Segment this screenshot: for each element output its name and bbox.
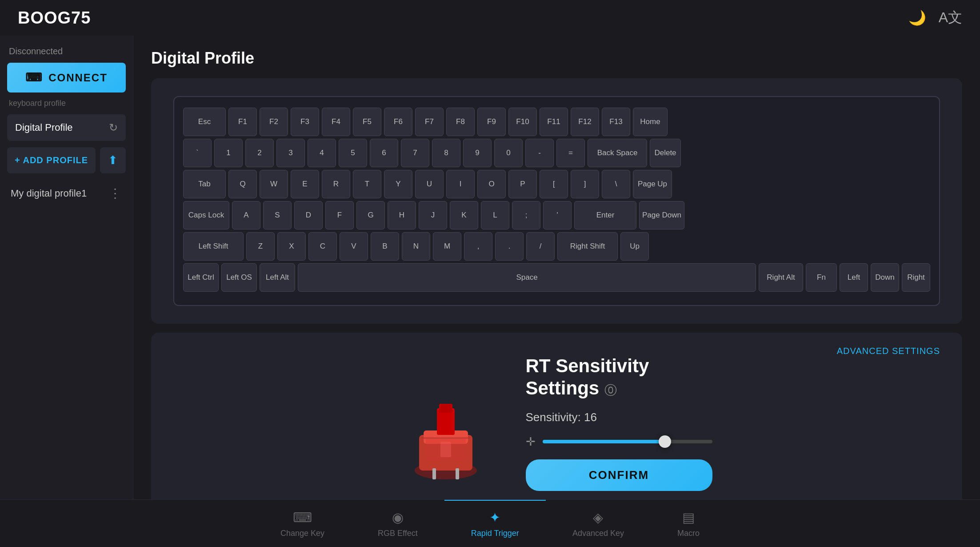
key-w[interactable]: W	[260, 170, 288, 198]
key-semicolon[interactable]: ;	[512, 201, 540, 229]
confirm-button[interactable]: CONFIRM	[526, 459, 712, 491]
key-left[interactable]: Left	[840, 263, 868, 292]
key-y[interactable]: Y	[384, 170, 412, 198]
nav-macro[interactable]: ▤ Macro	[651, 500, 726, 547]
profile-item[interactable]: My digital profile1 ⋮	[7, 180, 126, 207]
key-backspace[interactable]: Back Space	[588, 139, 647, 167]
key-slash[interactable]: /	[526, 232, 555, 261]
key-right-alt[interactable]: Right Alt	[759, 263, 803, 292]
slider-thumb[interactable]	[659, 435, 671, 448]
key-f5[interactable]: F5	[353, 108, 381, 136]
export-button[interactable]: ⬆	[100, 147, 126, 173]
key-down[interactable]: Down	[871, 263, 899, 292]
advanced-settings-link[interactable]: ADVANCED SETTINGS	[837, 346, 940, 356]
language-icon[interactable]: A文	[939, 8, 962, 28]
key-up[interactable]: Up	[620, 232, 649, 261]
key-right[interactable]: Right	[902, 263, 930, 292]
key-5[interactable]: 5	[339, 139, 367, 167]
key-m[interactable]: M	[433, 232, 461, 261]
key-f13[interactable]: F13	[602, 108, 630, 136]
key-tab[interactable]: Tab	[183, 170, 226, 198]
key-v[interactable]: V	[340, 232, 368, 261]
key-f11[interactable]: F11	[540, 108, 568, 136]
key-pagedown[interactable]: Page Down	[639, 201, 684, 229]
key-home[interactable]: Home	[633, 108, 668, 136]
more-options-icon[interactable]: ⋮	[109, 186, 122, 201]
key-t[interactable]: T	[353, 170, 381, 198]
key-left-os[interactable]: Left OS	[221, 263, 257, 292]
key-backtick[interactable]: `	[183, 139, 212, 167]
nav-advanced-key[interactable]: ◈ Advanced Key	[546, 500, 651, 547]
key-quote[interactable]: '	[543, 201, 572, 229]
key-f7[interactable]: F7	[415, 108, 444, 136]
digital-profile-row[interactable]: Digital Profile ↻	[7, 114, 126, 141]
key-q[interactable]: Q	[228, 170, 257, 198]
key-f[interactable]: F	[325, 201, 354, 229]
key-4[interactable]: 4	[308, 139, 336, 167]
key-o[interactable]: O	[477, 170, 506, 198]
add-profile-button[interactable]: + ADD PROFILE	[7, 147, 96, 173]
key-enter[interactable]: Enter	[574, 201, 636, 229]
key-f3[interactable]: F3	[291, 108, 319, 136]
key-minus[interactable]: -	[525, 139, 554, 167]
key-s[interactable]: S	[263, 201, 292, 229]
key-equals[interactable]: =	[556, 139, 585, 167]
slider-track[interactable]	[543, 440, 712, 443]
key-left-shift[interactable]: Left Shift	[183, 232, 244, 261]
key-p[interactable]: P	[508, 170, 537, 198]
key-e[interactable]: E	[291, 170, 319, 198]
key-0[interactable]: 0	[494, 139, 523, 167]
key-z[interactable]: Z	[246, 232, 275, 261]
key-3[interactable]: 3	[276, 139, 305, 167]
key-k[interactable]: K	[450, 201, 478, 229]
key-8[interactable]: 8	[432, 139, 460, 167]
key-backslash[interactable]: \	[602, 170, 630, 198]
key-delete[interactable]: Delete	[650, 139, 681, 167]
key-f6[interactable]: F6	[384, 108, 412, 136]
key-9[interactable]: 9	[463, 139, 492, 167]
key-f4[interactable]: F4	[322, 108, 350, 136]
key-lbracket[interactable]: [	[540, 170, 568, 198]
key-n[interactable]: N	[402, 232, 430, 261]
key-c[interactable]: C	[308, 232, 337, 261]
key-r[interactable]: R	[322, 170, 350, 198]
key-rbracket[interactable]: ]	[571, 170, 599, 198]
key-2[interactable]: 2	[245, 139, 274, 167]
key-pageup[interactable]: Page Up	[633, 170, 672, 198]
key-comma[interactable]: ,	[464, 232, 492, 261]
key-7[interactable]: 7	[401, 139, 429, 167]
key-u[interactable]: U	[415, 170, 444, 198]
help-icon[interactable]: ⓪	[604, 383, 617, 397]
key-g[interactable]: G	[356, 201, 385, 229]
key-x[interactable]: X	[277, 232, 306, 261]
key-i[interactable]: I	[446, 170, 475, 198]
key-esc[interactable]: Esc	[183, 108, 226, 136]
key-left-alt[interactable]: Left Alt	[260, 263, 295, 292]
key-f1[interactable]: F1	[228, 108, 257, 136]
key-f8[interactable]: F8	[446, 108, 475, 136]
connect-button[interactable]: ⌨ CONNECT	[7, 63, 126, 93]
key-right-shift[interactable]: Right Shift	[557, 232, 618, 261]
key-b[interactable]: B	[371, 232, 399, 261]
key-6[interactable]: 6	[370, 139, 398, 167]
key-f12[interactable]: F12	[571, 108, 599, 136]
nav-change-key[interactable]: ⌨ Change Key	[254, 500, 351, 547]
key-period[interactable]: .	[495, 232, 524, 261]
moon-icon[interactable]: 🌙	[908, 9, 926, 26]
key-f2[interactable]: F2	[260, 108, 288, 136]
key-a[interactable]: A	[232, 201, 260, 229]
key-f10[interactable]: F10	[508, 108, 537, 136]
refresh-icon[interactable]: ↻	[109, 121, 118, 134]
key-d[interactable]: D	[294, 201, 323, 229]
key-l[interactable]: L	[481, 201, 509, 229]
key-1[interactable]: 1	[214, 139, 243, 167]
key-fn[interactable]: Fn	[806, 263, 837, 292]
nav-rapid-trigger[interactable]: ✦ Rapid Trigger	[444, 500, 546, 547]
nav-rgb-effect[interactable]: ◉ RGB Effect	[351, 500, 444, 547]
key-space[interactable]: Space	[298, 263, 756, 292]
key-left-ctrl[interactable]: Left Ctrl	[183, 263, 219, 292]
key-j[interactable]: J	[419, 201, 447, 229]
key-capslock[interactable]: Caps Lock	[183, 201, 229, 229]
key-h[interactable]: H	[388, 201, 416, 229]
key-f9[interactable]: F9	[477, 108, 506, 136]
